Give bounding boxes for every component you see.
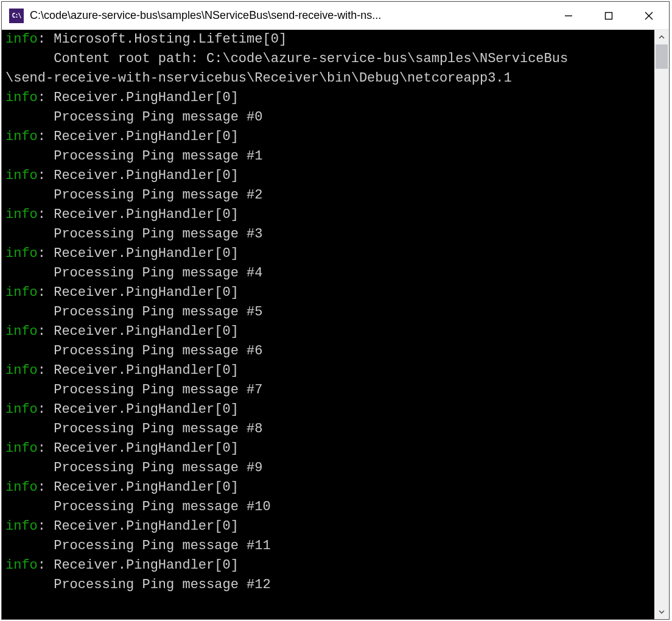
log-line: info: Receiver.PingHandler[0] [5,205,652,225]
cmd-icon: C:\ [12,12,21,19]
content-area: info: Microsoft.Hosting.Lifetime[0] Cont… [2,30,669,619]
log-sep: : [38,558,54,573]
log-sep: : [38,285,54,300]
log-level-info: info [5,519,38,534]
log-line: info: Receiver.PingHandler[0] [5,127,652,147]
log-message: Processing Ping message #9 [5,458,652,478]
log-line: info: Receiver.PingHandler[0] [5,166,652,186]
log-sep: : [38,207,54,222]
log-message: Processing Ping message #10 [5,497,652,517]
scroll-thumb[interactable] [656,44,668,69]
log-line: info: Receiver.PingHandler[0] [5,283,652,303]
log-source: Receiver.PingHandler[0] [54,480,239,495]
vertical-scrollbar[interactable] [654,30,669,619]
log-sep: : [38,129,54,144]
log-sep: : [38,32,54,47]
log-sep: : [38,402,54,417]
log-source: Receiver.PingHandler[0] [54,168,239,183]
log-level-info: info [5,558,38,573]
maximize-icon [604,12,613,20]
scroll-down-button[interactable] [654,605,669,619]
log-sep: : [38,480,54,495]
log-line: info: Microsoft.Hosting.Lifetime[0] [5,30,652,49]
log-source: Receiver.PingHandler[0] [54,558,239,573]
log-source: Receiver.PingHandler[0] [54,441,239,456]
log-message: Processing Ping message #0 [5,108,652,127]
minimize-button[interactable] [548,2,589,29]
log-message: Content root path: C:\code\azure-service… [5,49,652,69]
log-sep: : [38,246,54,261]
log-source: Receiver.PingHandler[0] [54,285,239,300]
svg-rect-1 [606,12,612,19]
log-line: info: Receiver.PingHandler[0] [5,361,652,381]
log-line: info: Receiver.PingHandler[0] [5,244,652,264]
log-line: info: Receiver.PingHandler[0] [5,322,652,342]
log-level-info: info [5,129,38,144]
log-sep: : [38,90,54,105]
log-sep: : [38,324,54,339]
log-message: Processing Ping message #12 [5,575,652,595]
log-line: info: Receiver.PingHandler[0] [5,400,652,419]
log-level-info: info [5,168,38,183]
log-source: Receiver.PingHandler[0] [54,519,239,534]
log-message: \send-receive-with-nservicebus\Receiver\… [5,69,652,88]
scroll-track[interactable] [654,44,669,605]
log-source: Microsoft.Hosting.Lifetime[0] [54,32,287,47]
log-sep: : [38,168,54,183]
log-sep: : [38,519,54,534]
log-level-info: info [5,324,38,339]
titlebar[interactable]: C:\ C:\code\azure-service-bus\samples\NS… [2,2,669,30]
chevron-up-icon [658,33,665,41]
minimize-icon [564,12,573,20]
window-controls [548,2,669,29]
log-source: Receiver.PingHandler[0] [54,207,239,222]
chevron-down-icon [658,608,665,616]
log-level-info: info [5,90,38,105]
log-sep: : [38,363,54,378]
log-line: info: Receiver.PingHandler[0] [5,478,652,497]
log-message: Processing Ping message #4 [5,264,652,283]
log-line: info: Receiver.PingHandler[0] [5,439,652,458]
log-source: Receiver.PingHandler[0] [54,129,239,144]
log-level-info: info [5,285,38,300]
log-line: info: Receiver.PingHandler[0] [5,517,652,536]
log-level-info: info [5,246,38,261]
log-level-info: info [5,480,38,495]
log-message: Processing Ping message #5 [5,303,652,322]
log-message: Processing Ping message #1 [5,147,652,166]
log-line: info: Receiver.PingHandler[0] [5,556,652,575]
log-message: Processing Ping message #2 [5,186,652,205]
log-message: Processing Ping message #8 [5,419,652,439]
window-title: C:\code\azure-service-bus\samples\NServi… [30,9,548,22]
log-source: Receiver.PingHandler[0] [54,324,239,339]
log-source: Receiver.PingHandler[0] [54,246,239,261]
log-level-info: info [5,363,38,378]
log-message: Processing Ping message #3 [5,225,652,244]
log-source: Receiver.PingHandler[0] [54,363,239,378]
log-source: Receiver.PingHandler[0] [54,90,239,105]
maximize-button[interactable] [589,2,629,29]
close-button[interactable] [629,2,669,29]
app-icon: C:\ [9,9,24,23]
log-level-info: info [5,32,38,47]
console-output[interactable]: info: Microsoft.Hosting.Lifetime[0] Cont… [2,30,654,619]
log-message: Processing Ping message #11 [5,536,652,556]
log-level-info: info [5,402,38,417]
log-level-info: info [5,207,38,222]
log-level-info: info [5,441,38,456]
close-icon [644,11,654,21]
log-source: Receiver.PingHandler[0] [54,402,239,417]
log-message: Processing Ping message #6 [5,342,652,361]
log-sep: : [38,441,54,456]
scroll-up-button[interactable] [654,30,669,44]
log-message: Processing Ping message #7 [5,381,652,400]
console-window: C:\ C:\code\azure-service-bus\samples\NS… [1,1,670,620]
log-line: info: Receiver.PingHandler[0] [5,88,652,108]
